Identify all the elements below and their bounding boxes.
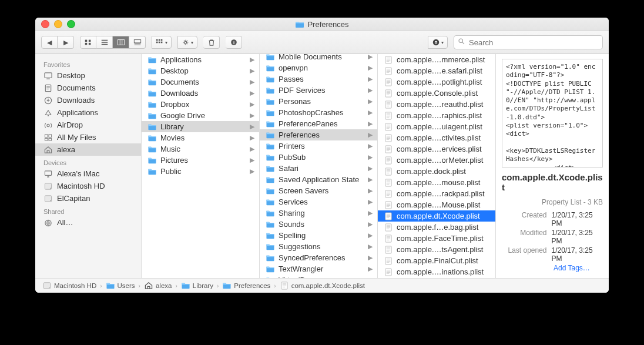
sidebar-item[interactable]: Downloads xyxy=(35,94,141,106)
sidebar-item[interactable]: Alexa's iMac xyxy=(35,168,141,180)
file-icon xyxy=(384,212,393,220)
folder-row[interactable]: Google Drive▶ xyxy=(142,110,259,121)
folder-row[interactable]: PubSub▶ xyxy=(260,152,377,163)
sidebar-item-label: Desktop xyxy=(57,71,85,80)
add-tags-link[interactable]: Add Tags… xyxy=(554,264,590,272)
row-label: com.apple.…Mouse.plist xyxy=(397,200,491,209)
folder-row[interactable]: Screen Savers▶ xyxy=(260,185,377,196)
sidebar-item[interactable]: AirDrop xyxy=(35,119,141,131)
close-button[interactable] xyxy=(41,20,49,28)
folder-icon xyxy=(147,156,157,165)
file-row[interactable]: com.apple.…rackpad.plist xyxy=(378,188,495,199)
sidebar-item[interactable]: Applications xyxy=(35,106,141,119)
file-row[interactable]: com.apple.Console.plist xyxy=(378,88,495,99)
list-view-button[interactable] xyxy=(96,36,113,49)
path-crumb[interactable]: Preferences xyxy=(222,282,270,290)
folder-row[interactable]: Mobile Documents▶ xyxy=(260,54,377,62)
file-row[interactable]: com.apple.…orMeter.plist xyxy=(378,155,495,166)
finder-window: Preferences ◀ ▶ ▾ ▾ ▾ xyxy=(35,18,609,293)
file-row[interactable]: com.apple.…reauthd.plist xyxy=(378,99,495,110)
info-button[interactable] xyxy=(226,36,242,49)
file-row[interactable]: com.apple.…Mouse.plist xyxy=(378,199,495,210)
file-row[interactable]: com.apple.…uiagent.plist xyxy=(378,121,495,132)
folder-row[interactable]: Dropbox▶ xyxy=(142,99,259,110)
home-icon xyxy=(43,146,53,154)
folder-row[interactable]: Pictures▶ xyxy=(142,155,259,166)
search-input[interactable] xyxy=(468,38,599,48)
forward-button[interactable]: ▶ xyxy=(58,36,74,49)
action-button[interactable]: ▾ xyxy=(177,36,197,49)
sidebar-item[interactable]: ElCapitan xyxy=(35,192,141,205)
sidebar-item[interactable]: All… xyxy=(35,216,141,229)
folder-row[interactable]: Desktop▶ xyxy=(142,65,259,76)
row-label: com.apple.…mmerce.plist xyxy=(397,55,491,64)
file-row[interactable]: com.apple.…tsAgent.plist xyxy=(378,244,495,255)
folder-row[interactable]: Saved Application State▶ xyxy=(260,174,377,185)
folder-row[interactable]: openvpn▶ xyxy=(260,62,377,73)
file-row[interactable]: com.apple.FinalCut.plist xyxy=(378,255,495,266)
file-row[interactable]: com.apple.…mouse.plist xyxy=(378,177,495,188)
path-crumb[interactable]: alexa xyxy=(144,282,172,290)
folder-row[interactable]: Downloads▶ xyxy=(142,88,259,99)
path-crumb[interactable]: Library xyxy=(181,282,213,290)
file-row[interactable]: com.apple.FaceTime.plist xyxy=(378,233,495,244)
folder-row[interactable]: Documents▶ xyxy=(142,76,259,88)
folder-row[interactable]: PhotoshopCrashes▶ xyxy=(260,107,377,118)
file-row[interactable]: com.apple.…inations.plist xyxy=(378,266,495,277)
back-button[interactable]: ◀ xyxy=(41,36,58,49)
sidebar-item[interactable]: Macintosh HD xyxy=(35,180,141,192)
sidebar-item[interactable]: alexa xyxy=(35,143,141,156)
trash-button[interactable] xyxy=(203,36,220,49)
folder-row[interactable]: Spelling▶ xyxy=(260,230,377,241)
arrange-button[interactable]: ▾ xyxy=(152,36,172,49)
folder-row[interactable]: Suggestions▶ xyxy=(260,241,377,252)
file-row[interactable]: com.apple.…potlight.plist xyxy=(378,76,495,88)
disclosure-arrow-icon: ▶ xyxy=(368,165,373,172)
sidebar-item[interactable]: Desktop xyxy=(35,69,141,82)
minimize-button[interactable] xyxy=(54,20,62,28)
icon-view-button[interactable] xyxy=(80,36,96,49)
folder-row[interactable]: Safari▶ xyxy=(260,163,377,174)
column-1[interactable]: Applications▶Desktop▶Documents▶Downloads… xyxy=(142,54,260,278)
folder-row[interactable]: Music▶ xyxy=(142,143,259,155)
file-row[interactable]: com.apple.…e.safari.plist xyxy=(378,65,495,76)
imac-icon xyxy=(43,170,53,178)
path-crumb[interactable]: Users xyxy=(106,282,135,290)
folder-row[interactable]: Printers▶ xyxy=(260,140,377,152)
column-view-button[interactable] xyxy=(113,36,129,49)
dropbox-smartsync-button[interactable]: ▾ xyxy=(428,36,448,49)
folder-row[interactable]: Sounds▶ xyxy=(260,219,377,230)
folder-row[interactable]: PDF Services▶ xyxy=(260,85,377,96)
sidebar-item[interactable]: All My Files xyxy=(35,131,141,143)
folder-row[interactable]: Public▶ xyxy=(142,166,259,177)
coverflow-view-button[interactable] xyxy=(129,36,146,49)
column-2[interactable]: Mobile Documents▶openvpn▶Passes▶PDF Serv… xyxy=(260,54,378,278)
file-row[interactable]: com.apple.…raphics.plist xyxy=(378,110,495,121)
folder-row[interactable]: PreferencePanes▶ xyxy=(260,118,377,129)
folder-row[interactable]: Passes▶ xyxy=(260,73,377,85)
folder-row[interactable]: Applications▶ xyxy=(142,54,259,65)
folder-row[interactable]: SyncedPreferences▶ xyxy=(260,252,377,263)
folder-row[interactable]: VirtualBox▶ xyxy=(260,274,377,278)
zoom-button[interactable] xyxy=(67,20,75,28)
folder-row[interactable]: Preferences▶ xyxy=(260,129,377,140)
file-row[interactable]: com.apple.dt.Xcode.plist xyxy=(378,210,495,222)
column-3[interactable]: com.apple.…mmerce.plistcom.apple.…e.safa… xyxy=(378,54,496,278)
folder-icon xyxy=(266,209,275,217)
file-row[interactable]: com.apple.…ervices.plist xyxy=(378,143,495,155)
sidebar-item[interactable]: Documents xyxy=(35,82,141,94)
folder-row[interactable]: Movies▶ xyxy=(142,132,259,143)
folder-row[interactable]: Personas▶ xyxy=(260,96,377,107)
folder-row[interactable]: Sharing▶ xyxy=(260,207,377,219)
file-row[interactable]: com.apple.…mmerce.plist xyxy=(378,54,495,65)
folder-row[interactable]: Services▶ xyxy=(260,196,377,207)
path-crumb[interactable]: com.apple.dt.Xcode.plist xyxy=(280,282,365,290)
path-crumb[interactable]: Macintosh HD xyxy=(42,282,96,290)
file-row[interactable]: com.apple.dock.plist xyxy=(378,166,495,177)
folder-row[interactable]: Library▶ xyxy=(142,121,259,132)
search-field[interactable] xyxy=(454,35,603,49)
file-row[interactable]: com.apple.f…e.bag.plist xyxy=(378,222,495,233)
folder-row[interactable]: TextWrangler▶ xyxy=(260,263,377,274)
file-row[interactable]: com.apple.finder.plist xyxy=(378,277,495,278)
file-row[interactable]: com.apple.…ctivites.plist xyxy=(378,132,495,143)
